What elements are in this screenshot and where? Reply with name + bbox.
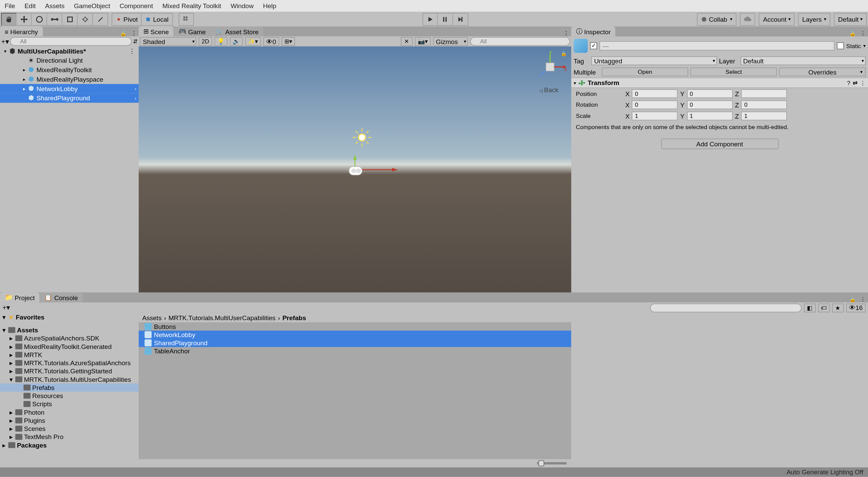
folder-row[interactable]: ▸ MRTK.Tutorials.GettingStarted bbox=[0, 367, 139, 375]
step-button[interactable] bbox=[453, 13, 468, 25]
reset-icon[interactable]: ⇄ bbox=[853, 80, 857, 86]
filter-type-icon[interactable]: ◧ bbox=[804, 303, 816, 312]
tree-item[interactable]: ▸MixedRealityPlayspace bbox=[0, 75, 139, 84]
folder-row[interactable]: ▸ Photon bbox=[0, 408, 139, 416]
collab-dropdown[interactable]: Collab▾ bbox=[697, 13, 736, 25]
scl-y[interactable] bbox=[687, 111, 733, 120]
help-icon[interactable]: ? bbox=[847, 80, 850, 86]
audio-toggle[interactable]: 🔊 bbox=[230, 37, 242, 46]
layer-dropdown[interactable]: Default bbox=[740, 56, 866, 65]
panel-lock-icon[interactable]: 🔒 bbox=[847, 30, 858, 36]
shading-mode-dropdown[interactable]: Shaded bbox=[140, 37, 196, 46]
folder-row[interactable]: ▸ AzureSpatialAnchors.SDK bbox=[0, 334, 139, 342]
menu-assets[interactable]: Assets bbox=[43, 1, 67, 11]
gizmo-lock-icon[interactable]: 🔒 bbox=[561, 51, 567, 57]
panel-menu-icon[interactable]: ⋮ bbox=[858, 30, 868, 36]
rot-z[interactable] bbox=[741, 100, 787, 109]
scene-search[interactable] bbox=[470, 37, 570, 46]
assets-row[interactable]: ▾ Assets bbox=[0, 326, 139, 334]
menu-component[interactable]: Component bbox=[117, 1, 155, 11]
tools-icon[interactable]: ✕ bbox=[401, 37, 413, 46]
scene-tab[interactable]: ⊞Scene bbox=[139, 26, 174, 36]
play-button[interactable] bbox=[422, 13, 438, 25]
rotate-tool[interactable] bbox=[32, 13, 47, 25]
custom-tool[interactable] bbox=[93, 13, 108, 25]
scl-x[interactable] bbox=[632, 111, 678, 120]
scene-transform-gizmo[interactable] bbox=[346, 155, 399, 179]
folder-row[interactable]: ▸ MixedRealityToolkit.Generated bbox=[0, 342, 139, 350]
menu-file[interactable]: File bbox=[2, 1, 18, 11]
account-dropdown[interactable]: Account▾ bbox=[759, 13, 794, 25]
layers-dropdown[interactable]: Layers▾ bbox=[798, 13, 830, 25]
snap-toggle[interactable] bbox=[178, 13, 194, 25]
camera-icon[interactable]: 📷▾ bbox=[415, 37, 431, 46]
rect-tool[interactable] bbox=[62, 13, 78, 25]
hidden-objects[interactable]: 👁0 bbox=[263, 37, 279, 46]
2d-toggle[interactable]: 2D bbox=[199, 37, 212, 46]
folder-row[interactable]: ▾ MRTK.Tutorials.MultiUserCapabilities bbox=[0, 375, 139, 383]
cloud-button[interactable] bbox=[740, 13, 755, 25]
panel-lock-icon[interactable]: 🔒 bbox=[847, 296, 858, 302]
hierarchy-tab[interactable]: ≡Hierarchy bbox=[0, 26, 43, 36]
menu-help[interactable]: Help bbox=[261, 1, 279, 11]
component-menu-icon[interactable]: ⋮ bbox=[860, 80, 866, 86]
menu-mrtk[interactable]: Mixed Reality Toolkit bbox=[160, 1, 223, 11]
panel-menu-icon[interactable]: ⋮ bbox=[561, 30, 571, 36]
create-dropdown[interactable]: +▾ bbox=[2, 304, 10, 312]
grid-toggle[interactable]: ⊞▾ bbox=[281, 37, 295, 46]
breadcrumb-item[interactable]: Prefabs bbox=[282, 314, 306, 321]
overrides-dropdown[interactable]: Overrides▾ bbox=[779, 67, 866, 76]
scene-root[interactable]: ▾ MultiUserCapabilities* ⋮ bbox=[0, 46, 139, 56]
breadcrumb-item[interactable]: Assets bbox=[142, 314, 161, 321]
filter-label-icon[interactable]: 🏷 bbox=[818, 303, 830, 312]
asset-item[interactable]: SharedPlayground bbox=[139, 339, 571, 347]
panel-menu-icon[interactable]: ⋮ bbox=[858, 296, 868, 302]
transform-tool[interactable] bbox=[78, 13, 93, 25]
tree-item[interactable]: SharedPlayground› bbox=[0, 94, 139, 103]
folder-row[interactable]: ▸ Scenes bbox=[0, 424, 139, 433]
asset-item[interactable]: NetworkLobby bbox=[139, 331, 571, 339]
favorite-icon[interactable]: ★ bbox=[832, 303, 844, 312]
orientation-gizmo[interactable]: y x ◁ Back 🔒 bbox=[531, 51, 567, 92]
rot-y[interactable] bbox=[687, 100, 733, 109]
static-checkbox[interactable] bbox=[837, 42, 844, 49]
move-tool[interactable] bbox=[17, 13, 32, 25]
panel-lock-icon[interactable]: 🔒 bbox=[118, 30, 129, 36]
menu-gameobject[interactable]: GameObject bbox=[72, 1, 113, 11]
project-tab[interactable]: 📁Project bbox=[0, 292, 40, 302]
game-tab[interactable]: 🎮Game bbox=[174, 26, 211, 36]
tree-item[interactable]: ▸NetworkLobby› bbox=[0, 84, 139, 94]
local-toggle[interactable]: Local bbox=[142, 13, 173, 25]
open-button[interactable]: Open bbox=[602, 67, 688, 76]
inspector-tab[interactable]: ⓘInspector bbox=[571, 26, 615, 36]
rot-x[interactable] bbox=[632, 100, 678, 109]
scene-light-gizmo[interactable] bbox=[350, 126, 374, 149]
hidden-icon[interactable]: 👁16 bbox=[846, 303, 866, 312]
scene-menu-icon[interactable]: ⋮ bbox=[129, 47, 139, 55]
gizmos-dropdown[interactable]: Gizmos bbox=[433, 37, 468, 46]
scene-viewport[interactable]: y x ◁ Back 🔒 bbox=[139, 46, 571, 292]
scale-tool[interactable] bbox=[47, 13, 62, 25]
folder-row[interactable]: Prefabs bbox=[0, 383, 139, 392]
folder-row[interactable]: ▸ MRTK.Tutorials.AzureSpatialAnchors bbox=[0, 359, 139, 367]
fx-toggle[interactable]: ✨▾ bbox=[245, 37, 261, 46]
console-tab[interactable]: 📋Console bbox=[40, 292, 83, 302]
panel-menu-icon[interactable]: ⋮ bbox=[129, 30, 139, 36]
pos-y[interactable] bbox=[687, 89, 733, 98]
active-checkbox[interactable] bbox=[590, 42, 597, 49]
tree-item[interactable]: ☀Directional Light bbox=[0, 56, 139, 65]
pause-button[interactable] bbox=[438, 13, 453, 25]
pivot-toggle[interactable]: Pivot bbox=[112, 13, 142, 25]
hand-tool[interactable] bbox=[1, 13, 16, 25]
breadcrumb-item[interactable]: MRTK.Tutorials.MultiUserCapabilities bbox=[169, 314, 276, 321]
thumbnail-slider[interactable] bbox=[537, 462, 567, 464]
folder-row[interactable]: ▸ Plugins bbox=[0, 416, 139, 424]
tree-item[interactable]: ▸MixedRealityToolkit bbox=[0, 65, 139, 75]
menu-window[interactable]: Window bbox=[228, 1, 256, 11]
gameobject-name-field[interactable] bbox=[599, 41, 834, 50]
pos-z[interactable] bbox=[741, 89, 787, 98]
pos-x[interactable] bbox=[632, 89, 678, 98]
folder-row[interactable]: Resources bbox=[0, 392, 139, 400]
hierarchy-filter-icon[interactable]: ⇵ bbox=[133, 38, 138, 45]
transform-header[interactable]: ▾ Transform ? ⇄ ⋮ bbox=[571, 78, 868, 88]
